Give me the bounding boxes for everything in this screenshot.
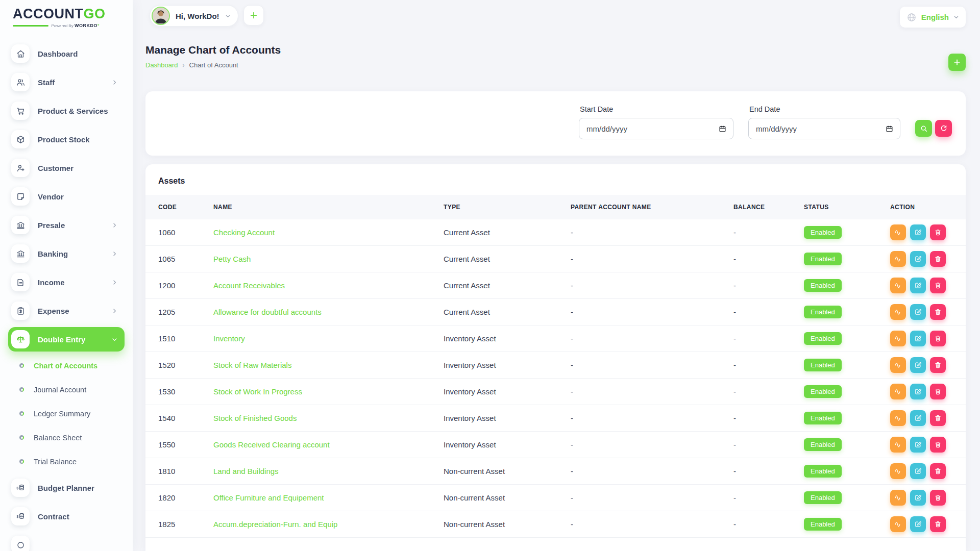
delete-button[interactable] (930, 437, 946, 453)
cell-name-link[interactable]: Petty Cash (213, 255, 444, 263)
sidebar-subitem-balance-sheet[interactable]: Balance Sheet (0, 425, 133, 449)
cell-name-link[interactable]: Office Furniture and Equipement (213, 493, 444, 502)
sidebar-item-product-services[interactable]: Product & Services (0, 96, 133, 125)
cell-name-link[interactable]: Accum.depreciation-Furn. and Equip (213, 520, 444, 529)
activity-button[interactable] (890, 384, 906, 399)
sidebar-subitem-trial-balance[interactable]: Trial Balance (0, 449, 133, 473)
sidebar-item-item[interactable] (0, 531, 133, 551)
sidebar-item-staff[interactable]: Staff (0, 68, 133, 96)
delete-button[interactable] (930, 463, 946, 479)
activity-button[interactable] (890, 224, 906, 240)
cell-name-link[interactable]: Land and Buildings (213, 467, 444, 475)
status-badge: Enabled (804, 279, 842, 292)
globe-icon (906, 12, 917, 22)
cell-name-link[interactable]: Stock of Work In Progress (213, 387, 444, 396)
sidebar-item-banking[interactable]: Banking (0, 239, 133, 268)
status-badge: Enabled (804, 438, 842, 451)
edit-button[interactable] (910, 251, 926, 267)
activity-button[interactable] (890, 251, 906, 267)
column-header-name: NAME (213, 204, 444, 211)
cell-name-link[interactable]: Allowance for doubtful accounts (213, 308, 444, 316)
quick-add-button[interactable] (243, 5, 264, 26)
create-account-button[interactable] (948, 54, 966, 71)
sidebar-item-product-stock[interactable]: Product Stock (0, 125, 133, 154)
sidebar-subitem-ledger-summary[interactable]: Ledger Summary (0, 402, 133, 425)
edit-button[interactable] (910, 357, 926, 373)
table-row: 1520 Stock of Raw Materials Inventory As… (145, 352, 966, 379)
cell-name-link[interactable]: Stock of Raw Materials (213, 361, 444, 369)
user-menu[interactable]: Hi, WorkDo! (150, 5, 238, 27)
delete-button[interactable] (930, 278, 946, 293)
edit-button[interactable] (910, 384, 926, 399)
status-badge: Enabled (804, 332, 842, 345)
row-actions (890, 304, 966, 320)
edit-button[interactable] (910, 490, 926, 506)
cell-code: 1060 (158, 228, 213, 237)
cell-name-link[interactable]: Inventory (213, 334, 444, 343)
cell-name-link[interactable]: Checking Account (213, 228, 444, 237)
edit-button[interactable] (910, 516, 926, 532)
status-badge: Enabled (804, 465, 842, 478)
cell-name-link[interactable]: Goods Received Clearing account (213, 440, 444, 449)
edit-button[interactable] (910, 304, 926, 320)
accounts-table-card: Assets CODENAMETYPEPARENT ACCOUNT NAMEBA… (145, 164, 966, 551)
chevron-down-icon (112, 337, 117, 342)
edit-button[interactable] (910, 278, 926, 293)
reset-button[interactable] (935, 120, 952, 137)
sidebar-item-vendor[interactable]: Vendor (0, 182, 133, 211)
breadcrumb: Dashboard › Chart of Account (145, 61, 281, 69)
end-date-input[interactable]: mm/dd/yyyy (748, 118, 900, 139)
sidebar-item-expense[interactable]: Expense (0, 296, 133, 325)
edit-button[interactable] (910, 224, 926, 240)
delete-button[interactable] (930, 224, 946, 240)
sidebar-subitem-chart-of-accounts[interactable]: Chart of Accounts (0, 354, 133, 378)
sidebar-item-contract[interactable]: $ Contract (0, 502, 133, 531)
activity-button[interactable] (890, 357, 906, 373)
activity-button[interactable] (890, 304, 906, 320)
activity-button[interactable] (890, 463, 906, 479)
cell-balance: - (733, 308, 804, 316)
sidebar-item-customer[interactable]: Customer (0, 154, 133, 182)
calendar-icon[interactable] (718, 124, 727, 133)
edit-button[interactable] (910, 437, 926, 453)
edit-button[interactable] (910, 331, 926, 346)
delete-button[interactable] (930, 516, 946, 532)
delete-button[interactable] (930, 384, 946, 399)
delete-button[interactable] (930, 357, 946, 373)
delete-button[interactable] (930, 490, 946, 506)
user-plus-icon (11, 159, 30, 177)
edit-button[interactable] (910, 463, 926, 479)
cell-code: 1540 (158, 414, 213, 422)
sidebar-subitem-journal-account[interactable]: Journal Account (0, 378, 133, 402)
activity-button[interactable] (890, 410, 906, 426)
activity-button[interactable] (890, 278, 906, 293)
status-badge: Enabled (804, 359, 842, 371)
cell-parent: - (571, 387, 733, 396)
delete-button[interactable] (930, 331, 946, 346)
language-selector[interactable]: English (900, 7, 966, 28)
sidebar-item-presale[interactable]: Presale (0, 211, 133, 239)
activity-button[interactable] (890, 437, 906, 453)
start-date-input[interactable]: mm/dd/yyyy (579, 118, 733, 139)
cell-name-link[interactable]: Stock of Finished Goods (213, 414, 444, 422)
activity-button[interactable] (890, 490, 906, 506)
sidebar: ACCOUNTGO Powered By WORKDO° Dashboard S… (0, 0, 133, 551)
app-logo[interactable]: ACCOUNTGO Powered By WORKDO° (0, 0, 110, 28)
calendar-icon[interactable] (885, 124, 894, 133)
edit-button[interactable] (910, 410, 926, 426)
bullet-icon (19, 363, 24, 368)
breadcrumb-dashboard-link[interactable]: Dashboard (145, 61, 178, 69)
delete-button[interactable] (930, 304, 946, 320)
search-button[interactable] (915, 120, 932, 137)
status-badge: Enabled (804, 518, 842, 531)
delete-button[interactable] (930, 251, 946, 267)
section-title: Assets (145, 164, 966, 195)
sidebar-item-income[interactable]: Income (0, 268, 133, 296)
sidebar-item-budget-planner[interactable]: $ Budget Planner (0, 473, 133, 502)
sidebar-item-double-entry[interactable]: Double Entry (8, 327, 125, 352)
sidebar-item-dashboard[interactable]: Dashboard (0, 39, 133, 68)
delete-button[interactable] (930, 410, 946, 426)
activity-button[interactable] (890, 516, 906, 532)
activity-button[interactable] (890, 331, 906, 346)
cell-name-link[interactable]: Account Receivables (213, 281, 444, 290)
